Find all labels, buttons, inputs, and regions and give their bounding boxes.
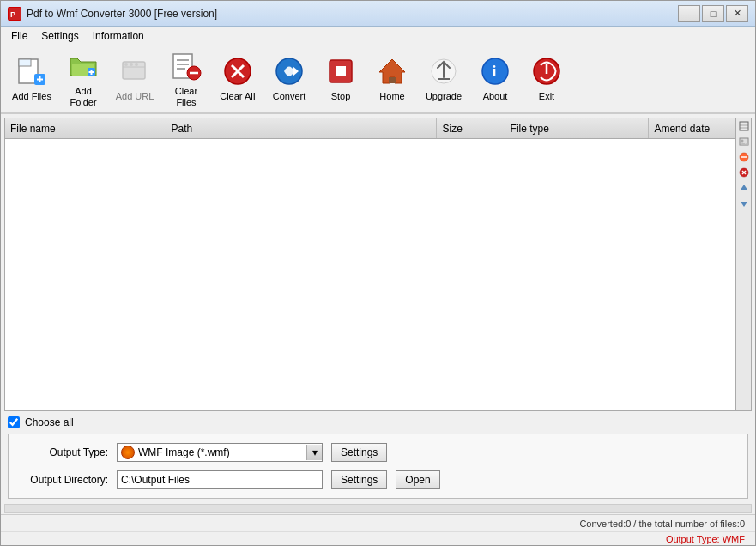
col-filename: File name (5, 118, 166, 138)
svg-point-12 (124, 63, 128, 66)
svg-point-14 (135, 63, 138, 66)
choose-all-label: Choose all (25, 416, 74, 428)
clear-all-button[interactable]: Clear AlI (214, 49, 262, 109)
add-folder-icon (67, 50, 100, 82)
status-bottom: Output Type: WMF (1, 531, 755, 545)
clear-files-icon (170, 50, 203, 82)
about-icon: i (479, 55, 511, 88)
svg-rect-27 (336, 66, 346, 76)
col-filetype: File type (505, 118, 650, 138)
status-bar: Converted:0 / the total number of files:… (1, 514, 755, 531)
title-bar: P Pdf to Wmf Converter 3000 [Free versio… (1, 1, 755, 27)
clear-all-label: Clear AlI (220, 91, 256, 102)
title-controls: — □ ✕ (678, 5, 748, 22)
output-dir-settings-button[interactable]: Settings (331, 470, 387, 489)
menu-settings[interactable]: Settings (34, 28, 85, 44)
svg-text:i: i (493, 63, 497, 80)
clear-files-label: Clear Files (165, 86, 208, 108)
convert-label: Convert (273, 91, 306, 102)
options-box: Output Type: WMF Image (*.wmf) ▾ Setting… (8, 434, 748, 499)
svg-marker-48 (741, 202, 747, 207)
stop-icon (324, 55, 357, 88)
svg-point-40 (741, 140, 743, 143)
sidebar-remove-icon[interactable] (738, 151, 750, 163)
stop-label: Stop (331, 91, 351, 102)
home-icon (376, 55, 408, 88)
svg-point-13 (130, 63, 133, 66)
sidebar-down-icon[interactable] (738, 197, 750, 209)
about-button[interactable]: i About (471, 49, 519, 109)
output-type-settings-button[interactable]: Settings (331, 443, 387, 462)
window-title: Pdf to Wmf Converter 3000 [Free version] (27, 8, 217, 20)
add-url-label: Add URL (116, 91, 154, 102)
status-output-type: Output Type: WMF (666, 534, 745, 544)
output-type-label: Output Type: (22, 446, 108, 458)
svg-text:P: P (10, 10, 15, 19)
convert-icon (273, 55, 305, 88)
add-url-icon (118, 55, 151, 88)
clear-all-icon (221, 55, 254, 88)
add-files-button[interactable]: Add Files (8, 49, 56, 109)
output-dir-input[interactable] (117, 470, 323, 489)
exit-label: Exit (539, 91, 554, 102)
upgrade-icon (427, 55, 460, 88)
output-type-row: Output Type: WMF Image (*.wmf) ▾ Setting… (22, 443, 734, 462)
about-label: About (483, 91, 508, 102)
select-dropdown-arrow[interactable]: ▾ (306, 445, 322, 460)
home-button[interactable]: Home (368, 49, 416, 109)
toolbar: Add Files Add Folder (1, 46, 755, 114)
choose-all-checkbox[interactable] (8, 416, 20, 428)
app-icon: P (8, 7, 21, 21)
stop-button[interactable]: Stop (317, 49, 365, 109)
wmf-icon (121, 446, 135, 459)
home-label: Home (379, 91, 404, 102)
bottom-panel: Choose all Output Type: WMF Image (*.wmf… (1, 411, 755, 504)
add-files-label: Add Files (12, 91, 51, 102)
svg-rect-3 (19, 59, 31, 66)
output-type-value: WMF Image (*.wmf) (138, 446, 303, 458)
sidebar-up-icon[interactable] (738, 182, 750, 194)
table-header: File name Path Size File type Amend date (5, 118, 751, 139)
add-url-button: Add URL (111, 49, 159, 109)
add-files-icon (15, 55, 48, 88)
col-path: Path (166, 118, 438, 138)
main-window: P Pdf to Wmf Converter 3000 [Free versio… (0, 0, 756, 546)
menu-file[interactable]: File (4, 28, 34, 44)
add-folder-button[interactable]: Add Folder (59, 49, 107, 109)
close-button[interactable]: ✕ (726, 5, 748, 22)
sidebar-image-icon[interactable] (738, 136, 750, 148)
svg-marker-47 (741, 185, 747, 190)
upgrade-label: Upgrade (426, 91, 462, 102)
sidebar-list-icon[interactable] (738, 120, 750, 132)
output-dir-label: Output Directory: (22, 474, 108, 486)
add-folder-label: Add Folder (62, 86, 105, 108)
exit-icon (530, 55, 563, 88)
menu-information[interactable]: Information (86, 28, 151, 44)
svg-rect-36 (740, 122, 748, 130)
status-converted: Converted:0 / the total number of files:… (579, 519, 745, 529)
right-sidebar (735, 118, 751, 410)
title-bar-left: P Pdf to Wmf Converter 3000 [Free versio… (8, 7, 217, 21)
minimize-button[interactable]: — (678, 5, 700, 22)
upgrade-button[interactable]: Upgrade (420, 49, 468, 109)
output-dir-row: Output Directory: Settings Open (22, 470, 734, 489)
clear-files-button[interactable]: Clear Files (162, 49, 210, 109)
output-dir-open-button[interactable]: Open (396, 470, 439, 489)
menu-bar: File Settings Information (1, 27, 755, 46)
maximize-button[interactable]: □ (702, 5, 724, 22)
progress-bar (4, 504, 752, 513)
col-size: Size (437, 118, 505, 138)
sidebar-error-icon[interactable] (738, 167, 750, 179)
svg-rect-29 (389, 77, 396, 83)
convert-button[interactable]: Convert (265, 49, 313, 109)
output-type-select[interactable]: WMF Image (*.wmf) ▾ (117, 443, 323, 462)
choose-all-row: Choose all (8, 416, 748, 428)
exit-button[interactable]: Exit (523, 49, 571, 109)
